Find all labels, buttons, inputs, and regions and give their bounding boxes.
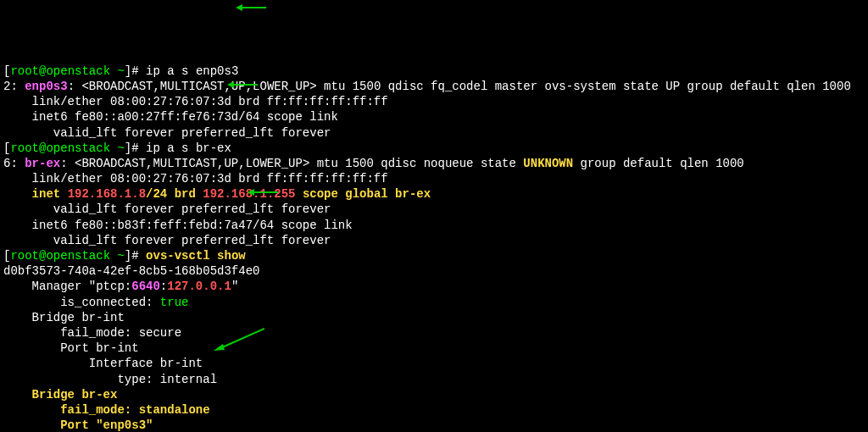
svg-marker-1 — [236, 4, 242, 11]
prompt-user: root — [10, 64, 39, 78]
ovs-manager-ip: 127.0.0.1 — [167, 280, 231, 293]
out2-lft2: valid_lft forever preferred_lft forever — [3, 234, 331, 247]
out2-inet-ip: 192.168.1.8 — [68, 187, 146, 201]
prompt-close: ] — [125, 64, 131, 78]
ovs-manager-sep: : — [160, 280, 167, 293]
prompt-path: ~ — [110, 141, 125, 155]
out2-inet6: inet6 fe80::b83f:feff:febd:7a47/64 scope… — [3, 219, 353, 232]
ovs-manager-end: " — [231, 280, 238, 293]
out2-state: UNKNOWN — [523, 157, 573, 170]
ovs-port-enp: Port "enp0s3" — [3, 418, 153, 432]
prompt-close: ] — [125, 141, 131, 155]
ovs-port-int: Port br-int — [3, 341, 139, 355]
command-1: ip a s enp0s3 — [146, 64, 238, 78]
out2-link: link/ether 08:00:27:76:07:3d brd ff:ff:f… — [3, 172, 388, 186]
ovs-fail-int: fail_mode: secure — [3, 326, 181, 340]
prompt-path: ~ — [110, 249, 125, 263]
out1-link: link/ether 08:00:27:76:07:3d brd ff:ff:f… — [3, 95, 388, 108]
ovs-bridge-ex: Bridge br-ex — [3, 388, 117, 402]
prompt-host: openstack — [46, 141, 110, 155]
out2-header-mid: : <BROADCAST,MULTICAST,UP,LOWER_UP> mtu … — [60, 157, 523, 170]
out1-iface: enp0s3 — [25, 80, 67, 93]
prompt-user: root — [10, 141, 39, 155]
prompt-user: root — [10, 249, 39, 263]
prompt-symbol: # — [131, 141, 146, 155]
ovs-iface-int: Interface br-int — [3, 357, 203, 370]
prompt-host: openstack — [46, 249, 110, 263]
out2-iface: br-ex — [25, 157, 60, 170]
out2-header-prefix: 6: — [3, 157, 25, 170]
prompt-close: ] — [125, 249, 131, 263]
ovs-type-int: type: internal — [3, 373, 217, 386]
ovs-bridge-int: Bridge br-int — [3, 311, 125, 324]
out2-inet-label: inet — [3, 187, 68, 201]
out1-inet6: inet6 fe80::a00:27ff:fe76:73d/64 scope l… — [3, 110, 338, 124]
ovs-manager-port: 6640 — [131, 280, 160, 293]
ovs-connected-label: is_connected: — [3, 296, 160, 309]
ovs-uuid: d0bf3573-740a-42ef-8cb5-168b05d3f4e0 — [3, 264, 259, 278]
annotation-arrow-1-icon — [236, 3, 266, 12]
ovs-fail-ex: fail_mode: standalone — [3, 403, 210, 417]
terminal-output: [root@openstack ~]# ip a s enp0s3 2: enp… — [3, 64, 865, 432]
prompt-symbol: # — [131, 249, 146, 263]
command-3: ovs-vsctl show — [146, 249, 246, 263]
out2-header-end: group default qlen 1000 — [573, 157, 744, 170]
prompt-symbol: # — [131, 64, 146, 78]
out2-inet-mask: /24 brd — [146, 187, 203, 201]
out1-header-prefix: 2: — [3, 80, 25, 93]
out2-inet-brd: 192.168.1.255 — [203, 187, 295, 201]
prompt-path: ~ — [110, 64, 125, 78]
out2-lft1: valid_lft forever preferred_lft forever — [3, 202, 331, 216]
out2-inet-rest: scope global br-ex — [295, 187, 431, 201]
prompt-host: openstack — [46, 64, 110, 78]
command-2: ip a s br-ex — [146, 141, 231, 155]
ovs-connected-val: true — [160, 296, 189, 309]
ovs-manager-a: Manager "ptcp: — [3, 280, 131, 293]
out1-header-rest: : <BROADCAST,MULTICAST,UP,LOWER_UP> mtu … — [68, 80, 851, 93]
out1-lft: valid_lft forever preferred_lft forever — [3, 126, 331, 140]
